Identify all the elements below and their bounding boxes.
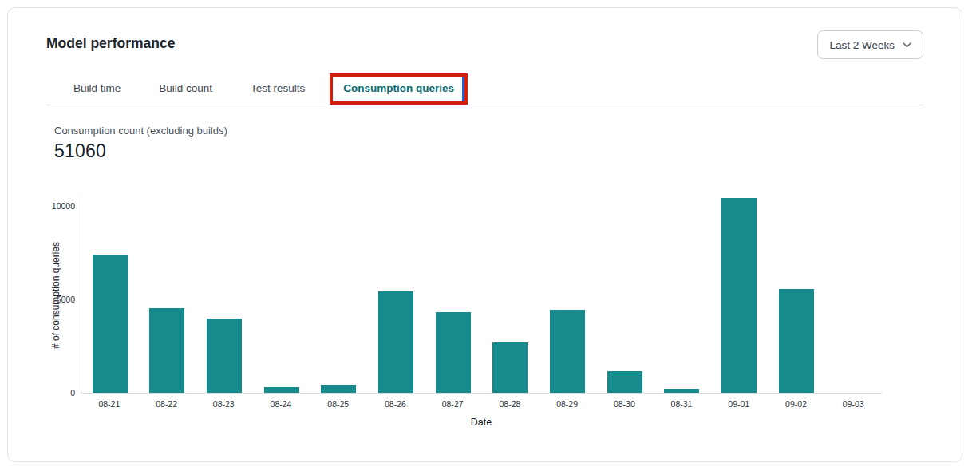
y-tick-5000: 5000	[57, 295, 75, 304]
bar-08-25	[321, 385, 356, 393]
bar-08-27	[436, 312, 471, 394]
metric-label: Consumption count (excluding builds)	[54, 125, 923, 137]
x-tick-09-01: 09-01	[710, 399, 768, 409]
chevron-down-icon	[903, 42, 911, 48]
bar-slot-08-27	[425, 197, 482, 393]
bar-08-24	[264, 387, 299, 393]
plot-slots	[81, 197, 882, 393]
x-tick-09-03: 09-03	[824, 399, 882, 409]
date-range-dropdown[interactable]: Last 2 Weeks	[817, 30, 923, 59]
x-tick-08-25: 08-25	[310, 399, 367, 409]
tab-test-results[interactable]: Test results	[251, 82, 305, 94]
bar-08-28	[492, 342, 528, 393]
tab-build-count[interactable]: Build count	[159, 82, 212, 94]
bar-slot-08-25	[310, 197, 368, 393]
x-axis-title: Date	[81, 417, 882, 428]
bar-slot-09-02	[768, 197, 825, 393]
x-tick-08-26: 08-26	[367, 399, 425, 409]
y-tick-0: 0	[70, 389, 75, 398]
bar-slot-08-22	[139, 197, 196, 393]
x-tick-08-28: 08-28	[481, 399, 539, 409]
date-range-value: Last 2 Weeks	[829, 39, 895, 51]
bar-slot-08-30	[596, 197, 654, 393]
bar-08-22	[149, 308, 184, 393]
x-tick-09-02: 09-02	[768, 399, 825, 409]
tab-bar: Build time Build count Test results Cons…	[46, 82, 923, 105]
x-tick-08-24: 08-24	[252, 399, 310, 409]
bar-slot-09-01	[710, 197, 768, 393]
x-tick-08-30: 08-30	[595, 399, 653, 409]
tab-build-time[interactable]: Build time	[73, 82, 121, 94]
bar-slot-08-23	[196, 197, 253, 393]
bar-slot-08-28	[481, 197, 539, 393]
model-performance-card: Model performance Last 2 Weeks Build tim…	[7, 7, 962, 462]
tab-consumption-queries-label: Consumption queries	[343, 82, 454, 94]
bar-08-26	[378, 291, 413, 393]
bar-08-31	[664, 389, 699, 393]
x-tick-08-23: 08-23	[195, 399, 252, 409]
bar-slot-08-31	[653, 197, 710, 393]
bar-08-30	[607, 371, 642, 393]
metric-value: 51060	[54, 141, 923, 162]
bar-slot-08-21	[81, 197, 139, 393]
y-tick-10000: 10000	[52, 202, 75, 211]
x-tick-08-22: 08-22	[138, 399, 196, 409]
bar-09-01	[721, 198, 757, 393]
metric-block: Consumption count (excluding builds) 510…	[54, 125, 923, 162]
bar-slot-08-29	[539, 197, 596, 393]
x-tick-08-21: 08-21	[81, 399, 138, 409]
annotation-cursor	[462, 77, 464, 101]
bar-09-02	[779, 289, 814, 393]
consumption-bar-chart: # of consumption queries 0500010000 08-2…	[81, 197, 882, 428]
bar-slot-08-24	[253, 197, 310, 393]
plot-area: # of consumption queries 0500010000	[81, 197, 882, 394]
bar-slot-09-03	[824, 197, 882, 393]
x-tick-08-27: 08-27	[424, 399, 481, 409]
x-labels: 08-2108-2208-2308-2408-2508-2608-2708-28…	[81, 399, 882, 409]
card-header: Model performance Last 2 Weeks	[8, 8, 962, 59]
page-title: Model performance	[46, 30, 175, 52]
x-tick-08-29: 08-29	[539, 399, 596, 409]
bar-08-23	[207, 319, 242, 393]
x-tick-08-31: 08-31	[653, 399, 710, 409]
bar-08-29	[550, 310, 585, 393]
bar-slot-08-26	[367, 197, 425, 393]
bar-08-21	[93, 255, 128, 393]
tab-consumption-queries[interactable]: Consumption queries	[343, 82, 454, 94]
